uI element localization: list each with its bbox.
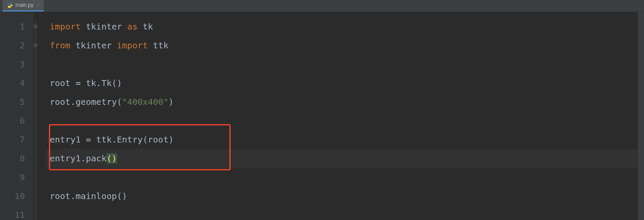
code-line[interactable]: from tkinter import ttk [46, 36, 644, 55]
line-number-gutter: 1 2 3 4 5 6 7 8 9 10 11 [0, 12, 33, 220]
python-file-icon [7, 2, 13, 8]
code-line[interactable]: entry1.pack() [46, 149, 644, 168]
line-number: 9 [0, 168, 33, 187]
close-tab-icon[interactable]: × [37, 3, 39, 8]
fold-gutter: ⊖ ⊖ [33, 12, 46, 220]
code-line[interactable]: root = tk.Tk() [46, 74, 644, 92]
code-line[interactable] [46, 205, 644, 220]
line-number: 8 [0, 149, 33, 168]
fold-toggle-icon[interactable]: ⊖ [33, 36, 46, 55]
line-number: 7 [0, 130, 33, 149]
file-tab-label: main.py [15, 2, 33, 8]
line-number: 1 [0, 17, 33, 36]
code-line[interactable] [46, 111, 644, 130]
code-line[interactable]: root.mainloop() [46, 187, 644, 205]
line-number: 5 [0, 92, 33, 111]
code-line[interactable]: entry1 = ttk.Entry(root) [46, 130, 644, 149]
file-tab-main-py[interactable]: main.py × [3, 0, 44, 12]
line-number: 11 [0, 205, 33, 220]
code-line[interactable] [46, 168, 644, 187]
fold-toggle-icon[interactable]: ⊖ [33, 17, 46, 36]
code-line[interactable]: import tkinter as tk [46, 17, 644, 36]
code-line[interactable] [46, 55, 644, 74]
vertical-scrollbar[interactable] [638, 12, 644, 220]
code-editor[interactable]: 1 2 3 4 5 6 7 8 9 10 11 ⊖ ⊖ import tkint… [0, 12, 644, 220]
code-area[interactable]: import tkinter as tk from tkinter import… [46, 12, 644, 220]
code-line[interactable]: root.geometry("400x400") [46, 92, 644, 111]
line-number: 6 [0, 111, 33, 130]
line-number: 3 [0, 55, 33, 74]
line-number: 2 [0, 36, 33, 55]
tab-bar: main.py × [0, 0, 644, 12]
line-number: 10 [0, 187, 33, 205]
line-number: 4 [0, 74, 33, 92]
